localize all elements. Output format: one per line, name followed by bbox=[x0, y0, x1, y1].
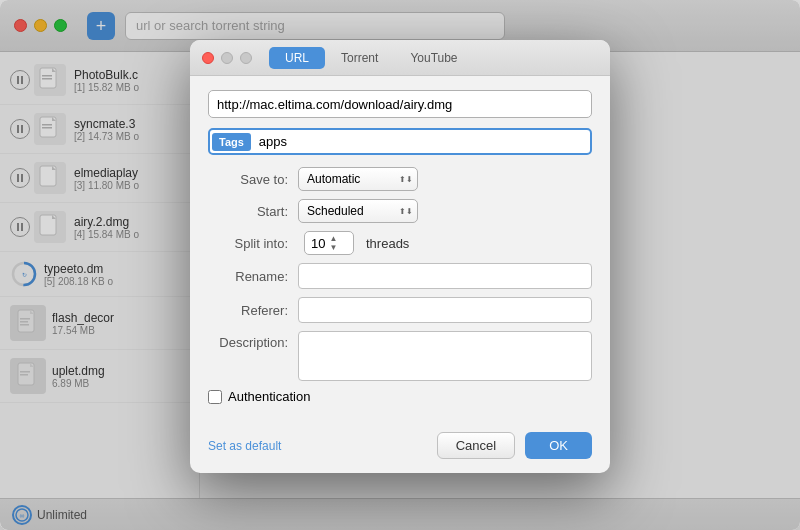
tab-bar: URL Torrent YouTube bbox=[269, 47, 474, 69]
stepper-down-icon[interactable]: ▼ bbox=[329, 244, 337, 252]
cancel-button[interactable]: Cancel bbox=[437, 432, 515, 459]
dialog-body: Tags Save to: Automatic Custom Start: bbox=[190, 76, 610, 424]
referer-input[interactable] bbox=[298, 297, 592, 323]
referer-row: Referer: bbox=[208, 297, 592, 323]
save-to-select[interactable]: Automatic Custom bbox=[298, 167, 418, 191]
tags-input[interactable] bbox=[253, 130, 590, 153]
description-label: Description: bbox=[208, 331, 298, 350]
auth-label: Authentication bbox=[228, 389, 310, 404]
split-label: Split into: bbox=[208, 236, 298, 251]
app-window: + url or search torrent string PhotoBulk… bbox=[0, 0, 800, 530]
rename-input[interactable] bbox=[298, 263, 592, 289]
dialog-close-button[interactable] bbox=[202, 52, 214, 64]
tab-url[interactable]: URL bbox=[269, 47, 325, 69]
url-input[interactable] bbox=[208, 90, 592, 118]
description-input[interactable] bbox=[298, 331, 592, 381]
start-row: Start: Scheduled Immediately Manually bbox=[208, 199, 592, 223]
auth-row: Authentication bbox=[208, 389, 592, 404]
save-to-select-wrapper: Automatic Custom bbox=[298, 167, 418, 191]
description-row: Description: bbox=[208, 331, 592, 381]
rename-label: Rename: bbox=[208, 269, 298, 284]
url-input-row bbox=[208, 90, 592, 118]
rename-row: Rename: bbox=[208, 263, 592, 289]
split-stepper[interactable]: ▲ ▼ bbox=[329, 235, 337, 252]
split-value: 10 bbox=[311, 236, 325, 251]
tab-torrent[interactable]: Torrent bbox=[325, 47, 394, 69]
split-suffix: threads bbox=[366, 236, 409, 251]
set-default-link[interactable]: Set as default bbox=[208, 439, 281, 453]
split-row: Split into: 10 ▲ ▼ threads bbox=[208, 231, 592, 255]
save-to-label: Save to: bbox=[208, 172, 298, 187]
stepper-up-icon[interactable]: ▲ bbox=[329, 235, 337, 243]
footer-buttons: Cancel OK bbox=[437, 432, 592, 459]
start-select-wrapper: Scheduled Immediately Manually bbox=[298, 199, 418, 223]
tags-badge: Tags bbox=[212, 133, 251, 151]
tags-row: Tags bbox=[208, 128, 592, 155]
auth-checkbox[interactable] bbox=[208, 390, 222, 404]
tab-youtube[interactable]: YouTube bbox=[394, 47, 473, 69]
dialog: URL Torrent YouTube Tags Save to bbox=[190, 40, 610, 473]
save-to-row: Save to: Automatic Custom bbox=[208, 167, 592, 191]
dialog-maximize-button[interactable] bbox=[240, 52, 252, 64]
dialog-overlay: URL Torrent YouTube Tags Save to bbox=[0, 0, 800, 530]
dialog-titlebar: URL Torrent YouTube bbox=[190, 40, 610, 76]
dialog-footer: Set as default Cancel OK bbox=[190, 424, 610, 473]
start-select[interactable]: Scheduled Immediately Manually bbox=[298, 199, 418, 223]
referer-label: Referer: bbox=[208, 303, 298, 318]
ok-button[interactable]: OK bbox=[525, 432, 592, 459]
start-label: Start: bbox=[208, 204, 298, 219]
dialog-minimize-button[interactable] bbox=[221, 52, 233, 64]
